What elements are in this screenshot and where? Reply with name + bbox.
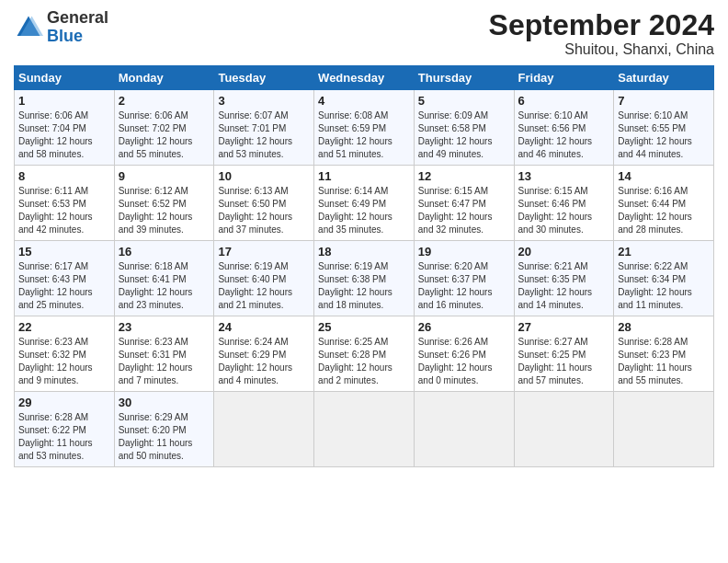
- calendar-cell: 27Sunrise: 6:27 AM Sunset: 6:25 PM Dayli…: [514, 316, 614, 392]
- calendar-cell: 16Sunrise: 6:18 AM Sunset: 6:41 PM Dayli…: [114, 241, 214, 316]
- day-number: 19: [418, 245, 510, 259]
- day-info: Sunrise: 6:06 AM Sunset: 7:04 PM Dayligh…: [18, 109, 110, 161]
- header-sunday: Sunday: [15, 66, 115, 90]
- day-number: 6: [518, 94, 610, 108]
- day-info: Sunrise: 6:19 AM Sunset: 6:38 PM Dayligh…: [318, 260, 410, 312]
- day-info: Sunrise: 6:20 AM Sunset: 6:37 PM Dayligh…: [418, 260, 510, 312]
- calendar-cell: 15Sunrise: 6:17 AM Sunset: 6:43 PM Dayli…: [15, 241, 115, 316]
- calendar-cell: [414, 392, 514, 467]
- day-number: 1: [18, 94, 110, 108]
- day-number: 7: [618, 94, 710, 108]
- week-row-3: 15Sunrise: 6:17 AM Sunset: 6:43 PM Dayli…: [15, 241, 714, 316]
- day-info: Sunrise: 6:12 AM Sunset: 6:52 PM Dayligh…: [119, 185, 210, 236]
- header-saturday: Saturday: [614, 66, 714, 90]
- day-number: 20: [518, 245, 610, 259]
- day-number: 15: [18, 245, 110, 259]
- day-info: Sunrise: 6:23 AM Sunset: 6:32 PM Dayligh…: [18, 336, 110, 387]
- day-info: Sunrise: 6:27 AM Sunset: 6:25 PM Dayligh…: [518, 336, 610, 387]
- day-info: Sunrise: 6:22 AM Sunset: 6:34 PM Dayligh…: [618, 260, 710, 312]
- week-row-1: 1Sunrise: 6:06 AM Sunset: 7:04 PM Daylig…: [15, 90, 714, 166]
- day-number: 8: [18, 169, 110, 183]
- calendar-cell: [614, 392, 714, 467]
- title-block: September 2024 Shuitou, Shanxi, China: [489, 9, 714, 58]
- day-number: 24: [218, 320, 310, 334]
- week-row-2: 8Sunrise: 6:11 AM Sunset: 6:53 PM Daylig…: [15, 166, 714, 241]
- day-number: 16: [119, 245, 210, 259]
- calendar-cell: [314, 392, 415, 467]
- day-number: 14: [618, 169, 710, 183]
- calendar-cell: 19Sunrise: 6:20 AM Sunset: 6:37 PM Dayli…: [414, 241, 514, 316]
- day-number: 10: [218, 169, 310, 183]
- day-info: Sunrise: 6:07 AM Sunset: 7:01 PM Dayligh…: [218, 109, 310, 161]
- calendar-cell: 20Sunrise: 6:21 AM Sunset: 6:35 PM Dayli…: [514, 241, 614, 316]
- calendar-cell: 10Sunrise: 6:13 AM Sunset: 6:50 PM Dayli…: [214, 166, 314, 241]
- day-info: Sunrise: 6:10 AM Sunset: 6:56 PM Dayligh…: [518, 109, 610, 161]
- day-info: Sunrise: 6:21 AM Sunset: 6:35 PM Dayligh…: [518, 260, 610, 312]
- calendar-cell: 14Sunrise: 6:16 AM Sunset: 6:44 PM Dayli…: [614, 166, 714, 241]
- calendar-cell: [214, 392, 314, 467]
- header-tuesday: Tuesday: [214, 66, 314, 90]
- day-info: Sunrise: 6:17 AM Sunset: 6:43 PM Dayligh…: [18, 260, 110, 312]
- calendar-cell: 26Sunrise: 6:26 AM Sunset: 6:26 PM Dayli…: [414, 316, 514, 392]
- page-header: General Blue September 2024 Shuitou, Sha…: [14, 9, 714, 58]
- logo: General Blue: [14, 9, 108, 46]
- calendar-cell: 3Sunrise: 6:07 AM Sunset: 7:01 PM Daylig…: [214, 90, 314, 166]
- day-number: 5: [418, 94, 510, 108]
- logo-blue: Blue: [47, 27, 83, 45]
- calendar-cell: 6Sunrise: 6:10 AM Sunset: 6:56 PM Daylig…: [514, 90, 614, 166]
- day-number: 9: [119, 169, 210, 183]
- day-info: Sunrise: 6:11 AM Sunset: 6:53 PM Dayligh…: [18, 185, 110, 236]
- day-number: 26: [418, 320, 510, 334]
- calendar-cell: 21Sunrise: 6:22 AM Sunset: 6:34 PM Dayli…: [614, 241, 714, 316]
- day-number: 30: [119, 396, 210, 409]
- month-title: September 2024: [489, 9, 714, 41]
- calendar-table: SundayMondayTuesdayWednesdayThursdayFrid…: [14, 65, 714, 467]
- calendar-cell: 23Sunrise: 6:23 AM Sunset: 6:31 PM Dayli…: [114, 316, 214, 392]
- calendar-cell: 18Sunrise: 6:19 AM Sunset: 6:38 PM Dayli…: [314, 241, 415, 316]
- day-info: Sunrise: 6:14 AM Sunset: 6:49 PM Dayligh…: [318, 185, 410, 236]
- calendar-cell: 25Sunrise: 6:25 AM Sunset: 6:28 PM Dayli…: [314, 316, 415, 392]
- day-number: 27: [518, 320, 610, 334]
- calendar-cell: 24Sunrise: 6:24 AM Sunset: 6:29 PM Dayli…: [214, 316, 314, 392]
- day-info: Sunrise: 6:09 AM Sunset: 6:58 PM Dayligh…: [418, 109, 510, 161]
- calendar-cell: 9Sunrise: 6:12 AM Sunset: 6:52 PM Daylig…: [114, 166, 214, 241]
- calendar-cell: 22Sunrise: 6:23 AM Sunset: 6:32 PM Dayli…: [15, 316, 115, 392]
- header-friday: Friday: [514, 66, 614, 90]
- calendar-cell: [514, 392, 614, 467]
- header-thursday: Thursday: [414, 66, 514, 90]
- day-info: Sunrise: 6:19 AM Sunset: 6:40 PM Dayligh…: [218, 260, 310, 312]
- day-info: Sunrise: 6:23 AM Sunset: 6:31 PM Dayligh…: [119, 336, 210, 387]
- day-number: 3: [218, 94, 310, 108]
- day-number: 13: [518, 169, 610, 183]
- day-info: Sunrise: 6:08 AM Sunset: 6:59 PM Dayligh…: [318, 109, 410, 161]
- week-row-5: 29Sunrise: 6:28 AM Sunset: 6:22 PM Dayli…: [15, 392, 714, 467]
- day-info: Sunrise: 6:15 AM Sunset: 6:46 PM Dayligh…: [518, 185, 610, 236]
- day-number: 25: [318, 320, 410, 334]
- location: Shuitou, Shanxi, China: [489, 41, 714, 58]
- calendar-cell: 5Sunrise: 6:09 AM Sunset: 6:58 PM Daylig…: [414, 90, 514, 166]
- day-number: 21: [618, 245, 710, 259]
- day-number: 12: [418, 169, 510, 183]
- day-number: 23: [119, 320, 210, 334]
- week-row-4: 22Sunrise: 6:23 AM Sunset: 6:32 PM Dayli…: [15, 316, 714, 392]
- day-info: Sunrise: 6:28 AM Sunset: 6:22 PM Dayligh…: [18, 411, 110, 463]
- logo-general: General: [47, 8, 108, 27]
- header-monday: Monday: [114, 66, 214, 90]
- calendar-cell: 7Sunrise: 6:10 AM Sunset: 6:55 PM Daylig…: [614, 90, 714, 166]
- day-info: Sunrise: 6:15 AM Sunset: 6:47 PM Dayligh…: [418, 185, 510, 236]
- calendar-cell: 30Sunrise: 6:29 AM Sunset: 6:20 PM Dayli…: [114, 392, 214, 467]
- calendar-cell: 4Sunrise: 6:08 AM Sunset: 6:59 PM Daylig…: [314, 90, 415, 166]
- day-info: Sunrise: 6:29 AM Sunset: 6:20 PM Dayligh…: [119, 411, 210, 463]
- calendar-cell: 12Sunrise: 6:15 AM Sunset: 6:47 PM Dayli…: [414, 166, 514, 241]
- day-number: 29: [18, 396, 110, 409]
- logo-text: General Blue: [47, 9, 108, 46]
- day-info: Sunrise: 6:18 AM Sunset: 6:41 PM Dayligh…: [119, 260, 210, 312]
- calendar-cell: 2Sunrise: 6:06 AM Sunset: 7:02 PM Daylig…: [114, 90, 214, 166]
- day-info: Sunrise: 6:13 AM Sunset: 6:50 PM Dayligh…: [218, 185, 310, 236]
- day-number: 11: [318, 169, 410, 183]
- day-info: Sunrise: 6:25 AM Sunset: 6:28 PM Dayligh…: [318, 336, 410, 387]
- day-info: Sunrise: 6:28 AM Sunset: 6:23 PM Dayligh…: [618, 336, 710, 387]
- logo-icon: [14, 13, 43, 42]
- calendar-cell: 17Sunrise: 6:19 AM Sunset: 6:40 PM Dayli…: [214, 241, 314, 316]
- header-row: SundayMondayTuesdayWednesdayThursdayFrid…: [15, 66, 714, 90]
